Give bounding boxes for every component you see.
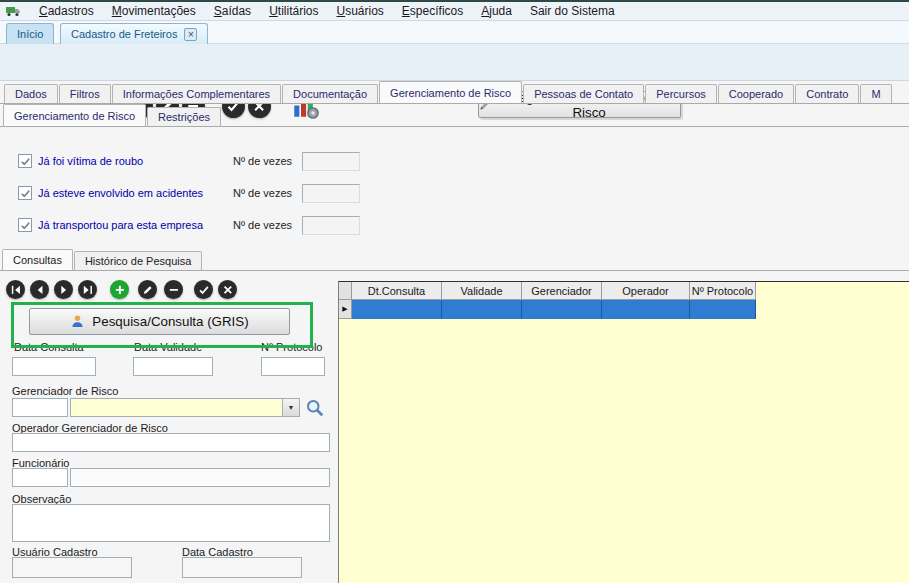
tab-consultas[interactable]: Consultas [2, 249, 73, 271]
menu-utilitarios[interactable]: Utilitários [269, 4, 318, 18]
menu-cadastros[interactable]: Cadastros [39, 4, 94, 18]
tab-pessoas-de-contato[interactable]: Pessoas de Contato [523, 84, 644, 103]
tab-contrato[interactable]: Contrato [795, 84, 859, 103]
checkbox-label: Já transportou para esta empresa [38, 219, 203, 231]
observacao-input[interactable] [12, 504, 330, 542]
grid-header: Dt.Consulta Validade Gerenciador Operado… [339, 282, 909, 300]
search-icon[interactable] [305, 398, 325, 418]
cell-validade [442, 300, 522, 319]
tab-filtros[interactable]: Filtros [59, 84, 111, 103]
grid-col-protocolo[interactable]: Nº Protocolo [690, 282, 756, 300]
data-consulta-input[interactable] [12, 357, 96, 376]
grid-col-operador[interactable]: Operador [602, 282, 690, 300]
person-icon [70, 314, 85, 329]
risk-row-roubo: Já foi vítima de roubo Nº de vezes [0, 152, 380, 172]
gerenciador-combo[interactable]: ▼ [70, 398, 300, 417]
menu-bar: Cadastros Movimentações Saídas Utilitári… [0, 0, 909, 21]
menu-usuarios[interactable]: Usuários [336, 4, 383, 18]
grid-col-validade[interactable]: Validade [442, 282, 522, 300]
record-edit-button[interactable] [138, 280, 157, 299]
tab-cadastro-de-freteiros[interactable]: Cadastro de Freteiros × [60, 23, 208, 44]
cell-protocolo [690, 300, 756, 319]
cell-gerenciador [522, 300, 602, 319]
times-input-roubo[interactable] [302, 152, 360, 171]
gerenciador-label: Gerenciador de Risco [12, 385, 118, 397]
record-delete-button[interactable] [164, 280, 183, 299]
grid-header-rest [756, 282, 909, 300]
tab-dados[interactable]: Dados [4, 84, 58, 103]
sub-tabstrip: Gerenciamento de Risco Restrições [0, 104, 909, 127]
record-cancel-button[interactable] [218, 280, 237, 299]
tab-cooperado[interactable]: Cooperado [718, 84, 794, 103]
funcionario-codigo-input[interactable] [12, 468, 68, 487]
times-label: Nº de vezes [233, 187, 292, 199]
tab-documentacao[interactable]: Documentação [282, 84, 378, 103]
record-next-button[interactable] [54, 280, 73, 299]
record-first-button[interactable] [6, 280, 25, 299]
funcionario-nome-input[interactable] [70, 468, 330, 487]
tab-inicio[interactable]: Início [6, 23, 54, 44]
times-label: Nº de vezes [233, 219, 292, 231]
gerenciador-combo-value [71, 399, 282, 416]
menu-saidas[interactable]: Saídas [214, 4, 251, 18]
subtab-restricoes[interactable]: Restrições [147, 107, 221, 126]
tab-truncated[interactable]: M [860, 84, 891, 103]
checkbox-transportou[interactable] [18, 218, 32, 232]
checkbox-acidentes[interactable] [18, 186, 32, 200]
menu-ajuda[interactable]: Ajuda [481, 4, 512, 18]
data-consulta-label: Data Consulta [14, 341, 84, 353]
protocolo-input[interactable] [261, 357, 325, 376]
checkbox-label: Já foi vítima de roubo [38, 155, 143, 167]
record-confirm-button[interactable] [194, 280, 213, 299]
tab-gerenciamento-de-risco[interactable]: Gerenciamento de Risco [379, 81, 522, 104]
grid-col-dt-consulta[interactable]: Dt.Consulta [352, 282, 442, 300]
times-input-acidentes[interactable] [302, 184, 360, 203]
checkbox-label: Já esteve envolvido em acidentes [38, 187, 203, 199]
tab-close-icon[interactable]: × [184, 28, 197, 41]
row-marker-icon: ▶ [339, 300, 352, 319]
times-input-transportou[interactable] [302, 216, 360, 235]
document-tab-bar: Início Cadastro de Freteiros × [0, 21, 909, 44]
checkbox-vitima-roubo[interactable] [18, 154, 32, 168]
chevron-down-icon[interactable]: ▼ [282, 399, 299, 416]
tab-percursos[interactable]: Percursos [645, 84, 717, 103]
checkbox-check-icon [20, 188, 31, 199]
data-cadastro-input[interactable] [182, 557, 302, 578]
grid-col-gerenciador[interactable]: Gerenciador [522, 282, 602, 300]
record-add-button[interactable] [110, 280, 129, 299]
checkbox-check-icon [20, 156, 31, 167]
grid-selected-row[interactable]: ▶ [339, 300, 909, 319]
tab-historico-de-pesquisa[interactable]: Histórico de Pesquisa [74, 251, 202, 270]
app-window: Cadastros Movimentações Saídas Utilitári… [0, 0, 909, 583]
main-tabstrip: Dados Filtros Informações Complementares… [0, 81, 909, 104]
menu-sair-do-sistema[interactable]: Sair do Sistema [530, 4, 615, 18]
protocolo-label: Nº Protocolo [261, 341, 323, 353]
operador-input[interactable] [12, 433, 330, 452]
checkbox-check-icon [20, 220, 31, 231]
consultas-grid: Dt.Consulta Validade Gerenciador Operado… [338, 281, 909, 583]
risk-row-acidentes: Já esteve envolvido em acidentes Nº de v… [0, 184, 380, 204]
pesquisa-consulta-gris-button[interactable]: Pesquisa/Consulta (GRIS) [29, 308, 290, 335]
tab-informacoes-complementares[interactable]: Informações Complementares [112, 84, 281, 103]
menu-movimentacoes[interactable]: Movimentações [112, 4, 196, 18]
grid-marker-header [339, 282, 352, 300]
data-validade-label: Data Validade [134, 341, 202, 353]
usuario-cadastro-input[interactable] [12, 557, 132, 578]
data-validade-input[interactable] [133, 357, 213, 376]
record-prev-button[interactable] [30, 280, 49, 299]
times-label: Nº de vezes [233, 155, 292, 167]
subtab-gerenciamento-de-risco[interactable]: Gerenciamento de Risco [3, 104, 146, 127]
menu-especificos[interactable]: Específicos [402, 4, 463, 18]
cell-dt-consulta [352, 300, 442, 319]
consult-tabstrip: Consultas Histórico de Pesquisa [0, 249, 909, 271]
gerenciador-codigo-input[interactable] [12, 398, 68, 417]
app-truck-icon [5, 3, 21, 19]
record-last-button[interactable] [78, 280, 97, 299]
risk-row-transportou: Já transportou para esta empresa Nº de v… [0, 216, 380, 236]
main-toolbar: Integrar com Gerenciador de Risco [0, 44, 909, 81]
cell-operador [602, 300, 690, 319]
